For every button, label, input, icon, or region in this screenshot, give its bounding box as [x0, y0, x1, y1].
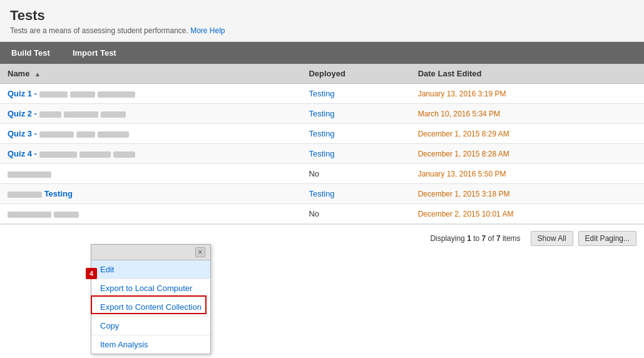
row-name-link[interactable]: Quiz 3 - [8, 129, 37, 138]
deployed-cell: Testing [301, 124, 410, 144]
date-last-edited-column-header: Date Last Edited [411, 64, 644, 84]
deployed-column-header: Deployed [301, 64, 410, 84]
step-badge: 4 [86, 268, 97, 279]
table-row: Quiz 2 -TestingMarch 10, 2016 5:34 PM [0, 104, 644, 124]
row-name-link[interactable]: Quiz 4 - [8, 149, 37, 158]
context-menu-item-export-to-local-computer[interactable]: Export to Local Computer [91, 279, 210, 298]
blurred-segment [64, 111, 98, 118]
name-column-header[interactable]: Name ▲ [0, 64, 301, 84]
context-menu-item-item-analysis[interactable]: Item Analysis [91, 335, 210, 354]
context-menu-wrapper: 4 × EditExport to Local ComputerExport t… [91, 244, 211, 354]
table-row: TestingTestingDecember 1, 2015 3:18 PM [0, 184, 644, 204]
toolbar: Build Test Import Test [0, 42, 644, 64]
blurred-segment [70, 91, 95, 98]
sort-icon: ▲ [34, 71, 41, 78]
context-menu: × EditExport to Local ComputerExport to … [91, 244, 211, 354]
content-area: Name ▲ Deployed Date Last Edited Quiz 1 … [0, 64, 644, 252]
date-cell: March 10, 2016 5:34 PM [411, 104, 644, 124]
blurred-segment [98, 91, 135, 98]
name-cell [0, 204, 301, 224]
name-cell: Quiz 4 - [0, 144, 301, 164]
edit-paging-button[interactable]: Edit Paging... [578, 231, 636, 246]
deployed-cell: Testing [301, 84, 410, 104]
page-title: Tests [10, 8, 634, 24]
context-menu-header: × [91, 245, 210, 260]
blurred-segment [76, 131, 95, 138]
more-help-link[interactable]: More Help [190, 26, 225, 35]
deployed-cell: Testing [301, 104, 410, 124]
table-container: Name ▲ Deployed Date Last Edited Quiz 1 … [0, 64, 644, 252]
blurred-segment [39, 131, 74, 138]
date-cell: December 1, 2015 8:29 AM [411, 124, 644, 144]
blurred-name [8, 192, 42, 198]
tests-table: Name ▲ Deployed Date Last Edited Quiz 1 … [0, 64, 644, 224]
name-cell: Quiz 2 - [0, 104, 301, 124]
row-name-link[interactable]: Quiz 1 - [8, 89, 37, 98]
blurred-segment [39, 91, 68, 98]
deployed-cell: No [301, 204, 410, 224]
date-cell: January 13, 2016 5:50 PM [411, 164, 644, 184]
row-name-link[interactable]: Quiz 2 - [8, 109, 37, 118]
table-row: NoDecember 2, 2015 10:01 AM [0, 204, 644, 224]
context-menu-item-edit[interactable]: Edit [91, 260, 210, 279]
blurred-name [8, 171, 51, 178]
blurred-name [8, 212, 51, 218]
blurred-segment [39, 111, 61, 118]
footer-display-text: Displaying 1 to 7 of 7 items [430, 234, 520, 243]
page-header: Tests Tests are a means of assessing stu… [0, 0, 644, 42]
date-cell: January 13, 2016 3:19 PM [411, 84, 644, 104]
context-menu-item-copy[interactable]: Copy [91, 317, 210, 335]
blurred-segment [98, 131, 129, 138]
table-row: Quiz 4 -TestingDecember 1, 2015 8:28 AM [0, 144, 644, 164]
blurred-segment [113, 151, 135, 158]
page-subtitle: Tests are a means of assessing student p… [10, 26, 634, 35]
date-cell: December 1, 2015 3:18 PM [411, 184, 644, 204]
table-row: Quiz 3 -TestingDecember 1, 2015 8:29 AM [0, 124, 644, 144]
name-cell: Quiz 3 - [0, 124, 301, 144]
build-test-button[interactable]: Build Test [0, 42, 61, 64]
row-name-link[interactable]: Testing [44, 189, 73, 198]
context-menu-items: EditExport to Local ComputerExport to Co… [91, 260, 210, 354]
blurred-segment [39, 151, 77, 158]
deployed-cell: No [301, 164, 410, 184]
context-menu-item-export-to-content-collection[interactable]: Export to Content Collection [91, 298, 210, 317]
date-cell: December 1, 2015 8:28 AM [411, 144, 644, 164]
deployed-cell: Testing [301, 144, 410, 164]
name-cell [0, 164, 301, 184]
blurred-name-2 [54, 212, 79, 218]
import-test-button[interactable]: Import Test [61, 42, 128, 64]
name-cell: Testing [0, 184, 301, 204]
table-row: Quiz 1 -TestingJanuary 13, 2016 3:19 PM [0, 84, 644, 104]
context-menu-close-button[interactable]: × [195, 247, 205, 257]
deployed-cell: Testing [301, 184, 410, 204]
table-row: NoJanuary 13, 2016 5:50 PM [0, 164, 644, 184]
blurred-segment [79, 151, 111, 158]
blurred-segment [101, 111, 126, 118]
date-cell: December 2, 2015 10:01 AM [411, 204, 644, 224]
name-cell: Quiz 1 - [0, 84, 301, 104]
show-all-button[interactable]: Show All [531, 231, 573, 246]
